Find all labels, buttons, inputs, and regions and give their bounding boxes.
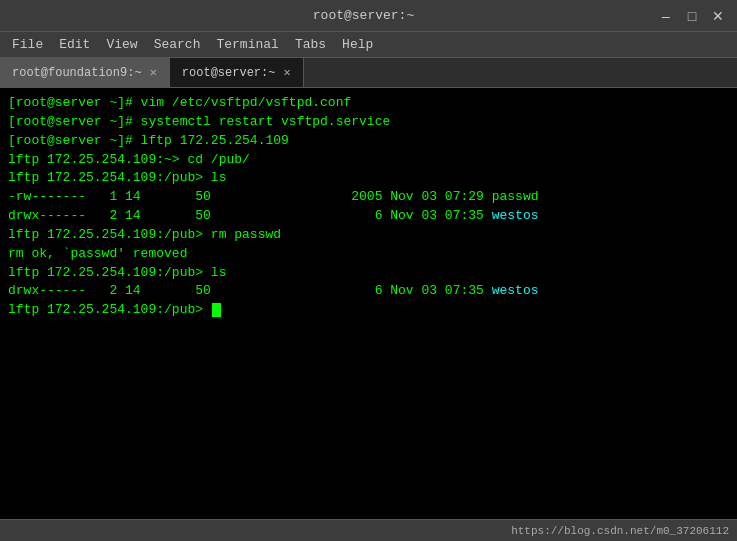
menu-search[interactable]: Search [146,35,209,54]
menu-help[interactable]: Help [334,35,381,54]
terminal-line: lftp 172.25.254.109:~> cd /pub/ [8,151,729,170]
terminal-prompt-line[interactable]: lftp 172.25.254.109:/pub> [8,301,729,320]
terminal-line: -rw------- 1 14 50 2005 Nov 03 07:29 pas… [8,188,729,207]
title-bar: root@server:~ – □ ✕ [0,0,737,32]
terminal-line: [root@server ~]# vim /etc/vsftpd/vsftpd.… [8,94,729,113]
tab-server-close[interactable]: ✕ [283,65,290,80]
tab-foundation9-label: root@foundation9:~ [12,66,142,80]
tab-server[interactable]: root@server:~ ✕ [170,58,304,87]
menu-edit[interactable]: Edit [51,35,98,54]
tab-bar: root@foundation9:~ ✕ root@server:~ ✕ [0,58,737,88]
terminal-line: [root@server ~]# systemctl restart vsftp… [8,113,729,132]
minimize-button[interactable]: – [657,9,675,23]
terminal-line: lftp 172.25.254.109:/pub> ls [8,169,729,188]
terminal-line: lftp 172.25.254.109:/pub> rm passwd [8,226,729,245]
menu-bar: File Edit View Search Terminal Tabs Help [0,32,737,58]
terminal-line: lftp 172.25.254.109:/pub> ls [8,264,729,283]
tab-foundation9-close[interactable]: ✕ [150,65,157,80]
close-button[interactable]: ✕ [709,9,727,23]
tab-foundation9[interactable]: root@foundation9:~ ✕ [0,58,170,87]
terminal-cursor [212,303,221,317]
terminal-line: [root@server ~]# lftp 172.25.254.109 [8,132,729,151]
tab-server-label: root@server:~ [182,66,276,80]
menu-view[interactable]: View [98,35,145,54]
window-controls: – □ ✕ [657,9,727,23]
status-url: https://blog.csdn.net/m0_37206112 [511,525,729,537]
terminal-content: [root@server ~]# vim /etc/vsftpd/vsftpd.… [0,88,737,519]
maximize-button[interactable]: □ [683,9,701,23]
menu-terminal[interactable]: Terminal [208,35,286,54]
terminal-line: rm ok, `passwd' removed [8,245,729,264]
terminal-line: drwx------ 2 14 50 6 Nov 03 07:35 westos [8,282,729,301]
status-bar: https://blog.csdn.net/m0_37206112 [0,519,737,541]
window-title: root@server:~ [70,8,657,23]
terminal-line: drwx------ 2 14 50 6 Nov 03 07:35 westos [8,207,729,226]
menu-file[interactable]: File [4,35,51,54]
menu-tabs[interactable]: Tabs [287,35,334,54]
